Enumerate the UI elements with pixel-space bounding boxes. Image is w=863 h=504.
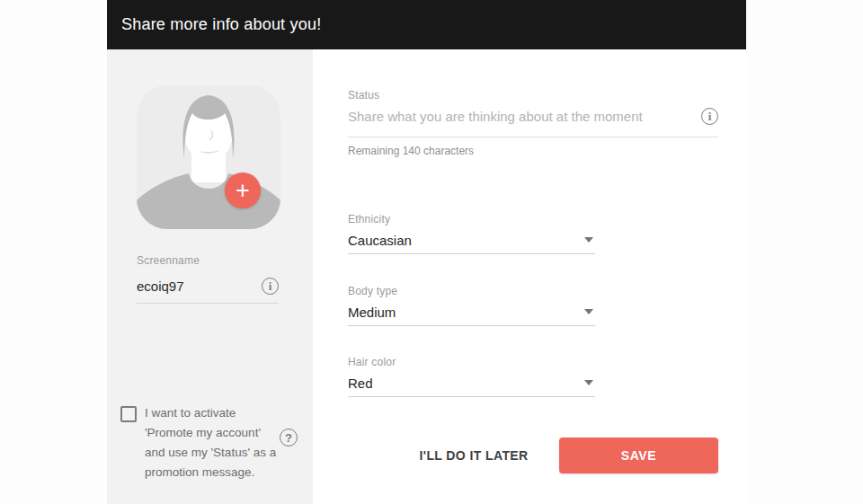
ethnicity-label: Ethnicity — [348, 213, 595, 225]
hair-color-value: Red — [348, 376, 373, 391]
chevron-down-icon — [584, 309, 593, 314]
save-button[interactable]: SAVE — [559, 438, 718, 473]
status-field: Status i Remaining 140 characters — [348, 89, 718, 157]
body-type-value: Medium — [348, 305, 396, 320]
status-remaining-counter: Remaining 140 characters — [348, 145, 718, 157]
profile-form: Status i Remaining 140 characters Ethnic… — [313, 49, 746, 504]
hair-color-select[interactable]: Red — [348, 377, 595, 397]
chevron-down-icon — [584, 237, 593, 243]
do-it-later-button[interactable]: I'LL DO IT LATER — [411, 438, 537, 473]
plus-icon: + — [236, 177, 250, 204]
info-glyph: i — [708, 111, 712, 122]
chevron-down-icon — [584, 380, 593, 385]
hair-color-label: Hair color — [348, 356, 595, 368]
info-glyph: i — [269, 280, 272, 292]
dialog-title: Share more info about you! — [107, 15, 321, 34]
status-input-row: i — [348, 111, 718, 137]
body-type-select[interactable]: Medium — [348, 306, 595, 326]
ethnicity-field: Ethnicity Caucasian — [348, 213, 595, 254]
ethnicity-value: Caucasian — [348, 233, 412, 248]
promote-checkbox[interactable] — [120, 406, 137, 422]
avatar-silhouette-icon — [137, 85, 280, 229]
status-label: Status — [348, 89, 718, 102]
profile-photo[interactable]: + — [137, 85, 280, 229]
screenname-value: ecoiq97 — [137, 279, 184, 294]
status-input[interactable] — [348, 109, 701, 124]
profile-sidebar: + Screenname ecoiq97 i I want to activat… — [107, 49, 313, 504]
promote-account-option: I want to activate 'Promote my account' … — [120, 403, 305, 482]
question-glyph: ? — [285, 432, 292, 444]
promote-checkbox-label[interactable]: I want to activate 'Promote my account' … — [145, 403, 284, 482]
promote-help-icon[interactable]: ? — [280, 429, 298, 447]
screenname-row: ecoiq97 i — [137, 278, 279, 304]
screenname-label: Screenname — [137, 254, 279, 267]
ethnicity-select[interactable]: Caucasian — [348, 234, 595, 254]
body-type-label: Body type — [348, 285, 595, 297]
status-info-icon[interactable]: i — [701, 108, 718, 125]
hair-color-field: Hair color Red — [348, 356, 595, 397]
add-photo-button[interactable]: + — [225, 172, 261, 208]
screenname-info-icon[interactable]: i — [262, 278, 279, 295]
profile-info-dialog: Share more info about you! + — [0, 0, 863, 504]
dialog-header: Share more info about you! — [107, 0, 746, 49]
body-type-field: Body type Medium — [348, 285, 595, 326]
form-actions: I'LL DO IT LATER SAVE — [348, 438, 718, 473]
screenname-field: Screenname ecoiq97 i — [137, 254, 279, 304]
